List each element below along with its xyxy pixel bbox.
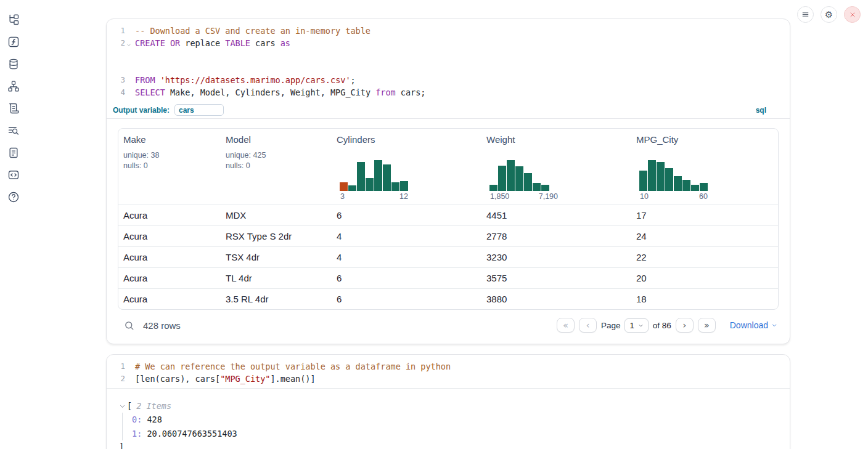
cylinders-histogram: 312 [340,160,409,201]
table-row: Acura 3.5 RL 4dr 6 3880 18 [118,288,778,309]
mpg-city-histogram: 1060 [639,160,708,201]
table-row: Acura TL 4dr 6 3575 20 [118,267,778,288]
histogram-bar [357,162,365,191]
sql-code-editor[interactable]: 1 -- Download a CSV and create an in-mem… [107,19,790,102]
histogram-bar [340,182,348,191]
sql-text: Make, Model, Cylinders, Weight, MPG_City [165,87,375,97]
sql-keyword: TABLE [225,38,250,48]
python-output: [ 2 Items 0: 428 1: 20.060747663551403 ] [107,389,790,449]
last-page-button[interactable]: » [698,318,716,333]
first-page-button[interactable]: « [557,318,575,333]
sql-keyword: SELECT [135,87,165,97]
item-index: 1: [132,429,142,439]
weight-histogram: 1,8507,190 [489,160,559,201]
cell-cylinders: 6 [332,268,481,288]
chevron-left-icon: ‹ [586,320,590,330]
cell-cylinders: 4 [332,247,481,267]
menu-button[interactable] [797,6,814,23]
cell-mpg-city: 24 [631,226,778,246]
database-icon[interactable] [7,58,20,70]
histogram-bar [507,160,515,191]
histogram-bar [639,171,647,191]
output-variable-input[interactable] [174,104,224,116]
column-header-mpg-city[interactable]: MPG_City 1060 [631,129,778,204]
sql-text: cars; [396,87,426,97]
sql-comment: -- Download a CSV and create an in-memor… [135,26,371,36]
cell-weight: 4451 [481,205,631,225]
sql-text: ; [351,75,356,85]
code-line: 1 # We can reference the output variable… [107,360,790,373]
item-value: 428 [147,415,162,424]
sql-cell: 1 -- Download a CSV and create an in-mem… [106,18,790,344]
cell-mpg-city: 20 [631,268,778,288]
column-header-weight[interactable]: Weight 1,8507,190 [481,129,631,204]
documentation-icon[interactable] [7,147,20,159]
download-label: Download [730,320,768,330]
sql-keyword: FROM [135,75,155,85]
sql-text: cars [250,38,280,48]
fold-chevron-icon[interactable] [126,39,132,46]
cell-model: RSX Type S 2dr [221,226,332,246]
python-code-editor[interactable]: 1 # We can reference the output variable… [107,355,790,389]
column-label: Make [123,134,216,145]
histogram-bar [348,185,356,191]
file-tree-icon[interactable] [7,14,20,26]
scratchpad-icon[interactable] [7,102,20,115]
collapse-chevron-icon[interactable] [119,403,126,410]
sql-string: 'https://datasets.marimo.app/cars.csv' [160,75,351,85]
item-index: 0: [132,415,142,424]
help-icon[interactable] [7,191,20,203]
histogram-bar [674,176,682,191]
line-number: 2 [107,37,131,74]
column-label: MPG_City [636,134,773,145]
download-button[interactable]: Download [730,320,777,330]
histogram-bar [383,164,391,191]
next-page-button[interactable]: › [676,318,694,333]
histogram-bar [665,168,673,191]
cell-model: TSX 4dr [221,247,332,267]
column-header-make[interactable]: Make unique: 38 nulls: 0 [118,129,221,204]
settings-button[interactable]: ⚙ [821,6,837,23]
cell-model: TL 4dr [221,268,332,288]
shutdown-button[interactable] [844,6,861,23]
cell-make: Acura [118,205,221,225]
sql-keyword: as [280,38,290,48]
data-table: Make unique: 38 nulls: 0 Model unique: 4… [118,128,779,310]
notebook-area: 1 -- Download a CSV and create an in-mem… [106,18,790,449]
line-number: 3 [107,74,131,86]
histogram-bar [515,166,523,191]
logs-search-icon[interactable] [7,124,20,137]
code-line: 4 SELECT Make, Model, Cylinders, Weight,… [107,86,790,99]
list-item: 1: 20.060747663551403 [132,427,780,441]
histogram-axis: 312 [340,192,409,201]
search-button[interactable] [123,319,135,331]
cell-model: 3.5 RL 4dr [221,289,332,309]
line-number: 1 [107,360,131,373]
left-sidebar [0,0,27,203]
histogram-bar [657,162,665,191]
column-header-cylinders[interactable]: Cylinders 312 [332,129,481,204]
snippets-icon[interactable] [7,169,20,181]
histogram-bar [374,160,382,191]
column-header-model[interactable]: Model unique: 425 nulls: 0 [221,129,332,204]
cell-make: Acura [118,268,221,288]
python-cell: 1 # We can reference the output variable… [106,354,790,449]
python-string: "MPG_City" [220,374,270,384]
page-select[interactable]: 1 [624,318,648,333]
function-icon[interactable] [7,36,20,48]
search-icon [124,320,134,331]
close-icon [849,11,856,18]
sql-text [155,75,160,85]
table-header: Make unique: 38 nulls: 0 Model unique: 4… [118,129,778,204]
chevron-right-icon: › [682,320,686,330]
histogram-bar [400,181,408,191]
gear-icon: ⚙ [825,10,833,19]
prev-page-button[interactable]: ‹ [579,318,597,333]
page-label: Page [601,321,621,330]
cell-mpg-city: 17 [631,205,778,225]
cell-make: Acura [118,226,221,246]
hamburger-icon [801,10,809,18]
line-number: 2 [107,373,131,385]
dependency-graph-icon[interactable] [7,80,20,92]
window-controls: ⚙ [797,6,861,23]
